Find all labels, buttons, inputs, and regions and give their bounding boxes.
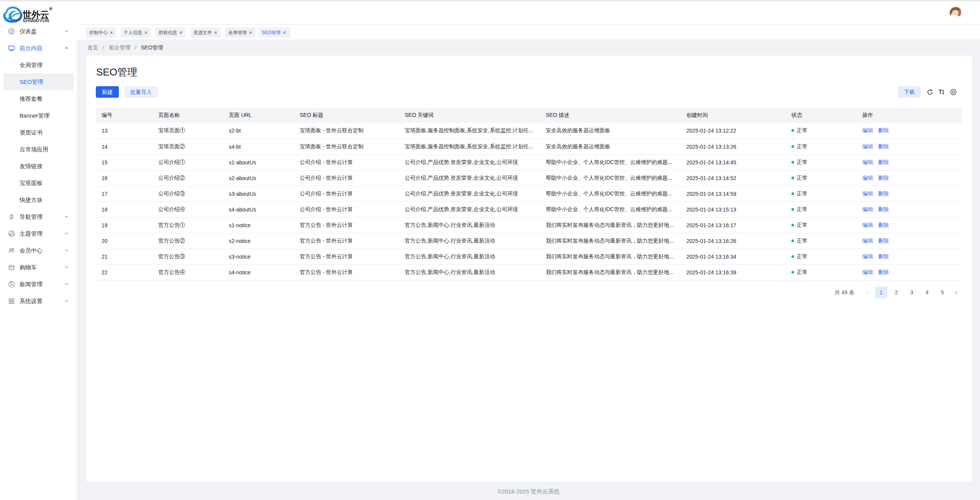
svg-text:®: ® — [49, 6, 53, 11]
svg-text:世外云: 世外云 — [22, 9, 49, 20]
svg-text:SHIWAIYUN: SHIWAIYUN — [23, 19, 49, 23]
